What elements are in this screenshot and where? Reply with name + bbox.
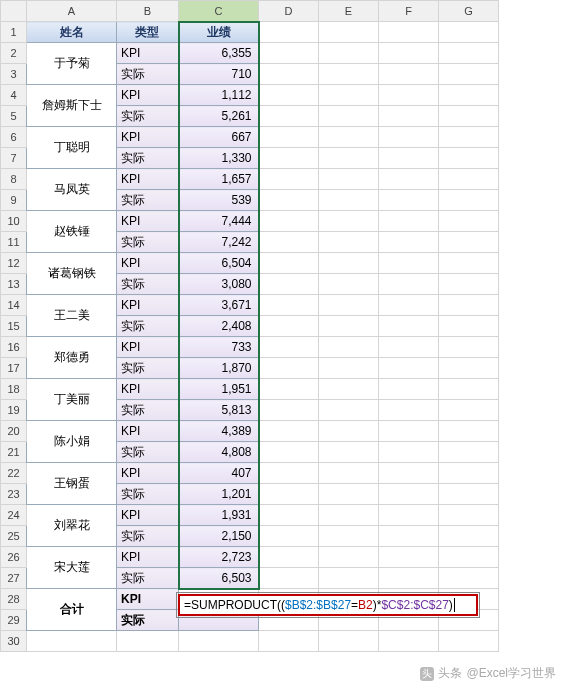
row-header[interactable]: 6 [1, 127, 27, 148]
cell[interactable] [379, 64, 439, 85]
cell[interactable] [319, 358, 379, 379]
cell-type[interactable]: 实际 [117, 442, 179, 463]
cell-value[interactable]: 407 [179, 463, 259, 484]
cell-value[interactable]: 4,808 [179, 442, 259, 463]
cell[interactable] [319, 106, 379, 127]
cell[interactable] [439, 232, 499, 253]
cell[interactable] [379, 232, 439, 253]
cell[interactable] [319, 316, 379, 337]
cell[interactable] [379, 295, 439, 316]
cell[interactable] [319, 169, 379, 190]
cell[interactable] [439, 64, 499, 85]
cell-type[interactable]: 实际 [117, 358, 179, 379]
cell[interactable] [439, 169, 499, 190]
cell[interactable] [319, 442, 379, 463]
header-value[interactable]: 业绩 [179, 22, 259, 43]
cell[interactable] [379, 169, 439, 190]
cell[interactable] [319, 22, 379, 43]
cell[interactable] [379, 421, 439, 442]
cell[interactable] [259, 169, 319, 190]
cell[interactable] [439, 190, 499, 211]
cell-value[interactable]: 4,389 [179, 421, 259, 442]
cell[interactable] [439, 22, 499, 43]
cell[interactable] [439, 568, 499, 589]
cell-value[interactable]: 5,261 [179, 106, 259, 127]
cell[interactable] [259, 337, 319, 358]
cell-type[interactable]: KPI [117, 295, 179, 316]
cell-name[interactable]: 丁聪明 [27, 127, 117, 169]
cell[interactable] [259, 211, 319, 232]
cell[interactable] [439, 379, 499, 400]
row-header[interactable]: 3 [1, 64, 27, 85]
cell[interactable] [319, 127, 379, 148]
cell-total-actual[interactable]: 实际 [117, 610, 179, 631]
cell[interactable] [439, 547, 499, 568]
cell[interactable] [379, 316, 439, 337]
cell[interactable] [259, 505, 319, 526]
cell-type[interactable]: KPI [117, 547, 179, 568]
cell[interactable] [259, 631, 319, 652]
cell-value[interactable]: 2,150 [179, 526, 259, 547]
cell[interactable] [319, 295, 379, 316]
cell-type[interactable]: KPI [117, 169, 179, 190]
cell[interactable] [439, 43, 499, 64]
cell-value[interactable]: 3,671 [179, 295, 259, 316]
cell-value[interactable]: 539 [179, 190, 259, 211]
cell-value[interactable]: 6,504 [179, 253, 259, 274]
row-header[interactable]: 5 [1, 106, 27, 127]
col-header-C[interactable]: C [179, 1, 259, 22]
cell-value[interactable]: 7,242 [179, 232, 259, 253]
cell-name[interactable]: 宋大莲 [27, 547, 117, 589]
cell-type[interactable]: 实际 [117, 568, 179, 589]
cell-value[interactable]: 733 [179, 337, 259, 358]
cell-name[interactable]: 刘翠花 [27, 505, 117, 547]
cell-value[interactable]: 1,931 [179, 505, 259, 526]
select-all-corner[interactable] [1, 1, 27, 22]
cell-name[interactable]: 王二美 [27, 295, 117, 337]
cell-value[interactable]: 1,112 [179, 85, 259, 106]
cell-value[interactable]: 1,201 [179, 484, 259, 505]
cell[interactable] [319, 463, 379, 484]
cell[interactable] [259, 85, 319, 106]
cell[interactable] [439, 106, 499, 127]
cell[interactable] [379, 526, 439, 547]
cell[interactable] [379, 253, 439, 274]
header-type[interactable]: 类型 [117, 22, 179, 43]
row-header[interactable]: 23 [1, 484, 27, 505]
cell-type[interactable]: 实际 [117, 64, 179, 85]
cell[interactable] [379, 400, 439, 421]
cell[interactable] [379, 463, 439, 484]
row-header[interactable]: 14 [1, 295, 27, 316]
row-header[interactable]: 20 [1, 421, 27, 442]
cell[interactable] [319, 190, 379, 211]
cell[interactable] [439, 211, 499, 232]
cell[interactable] [319, 526, 379, 547]
cell[interactable] [379, 379, 439, 400]
row-header[interactable]: 28 [1, 589, 27, 610]
cell-value[interactable]: 1,951 [179, 379, 259, 400]
cell[interactable] [439, 295, 499, 316]
cell[interactable] [259, 463, 319, 484]
row-header[interactable]: 15 [1, 316, 27, 337]
cell[interactable] [259, 253, 319, 274]
cell[interactable] [439, 442, 499, 463]
cell-value[interactable]: 1,870 [179, 358, 259, 379]
row-header[interactable]: 19 [1, 400, 27, 421]
cell[interactable] [379, 148, 439, 169]
cell[interactable] [379, 22, 439, 43]
cell-type[interactable]: 实际 [117, 148, 179, 169]
cell-type[interactable]: 实际 [117, 400, 179, 421]
cell[interactable] [259, 379, 319, 400]
cell[interactable] [259, 295, 319, 316]
row-header[interactable]: 24 [1, 505, 27, 526]
cell-type[interactable]: 实际 [117, 274, 179, 295]
cell-type[interactable]: KPI [117, 337, 179, 358]
cell-name[interactable]: 王钢蛋 [27, 463, 117, 505]
cell-value[interactable]: 1,330 [179, 148, 259, 169]
cell[interactable] [319, 547, 379, 568]
cell[interactable] [379, 211, 439, 232]
row-header[interactable]: 26 [1, 547, 27, 568]
cell[interactable] [319, 421, 379, 442]
cell[interactable] [319, 379, 379, 400]
cell[interactable] [319, 568, 379, 589]
